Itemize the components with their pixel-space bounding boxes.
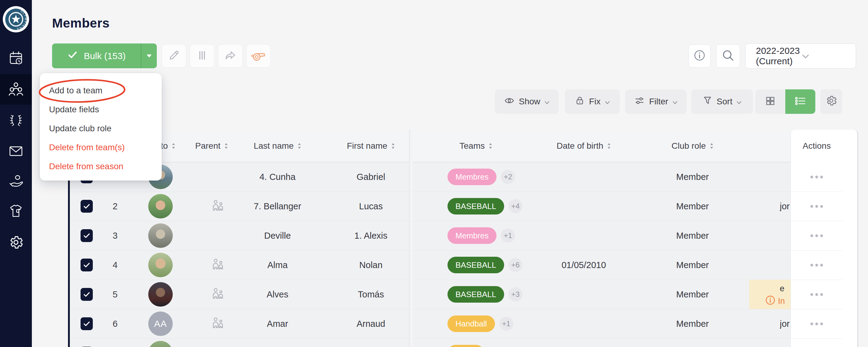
- table-row[interactable]: 14. CunhaGabrielMembres+2Member: [70, 162, 842, 192]
- team-extra-count: +2: [501, 170, 515, 184]
- sidebar-item-benevolent[interactable]: [0, 166, 32, 197]
- sort-arrows-icon[interactable]: [489, 143, 493, 149]
- bulk-dropdown-caret[interactable]: [141, 54, 157, 59]
- menu-item-delete-from-team-s-[interactable]: Delete from team(s): [40, 138, 162, 157]
- actions-header: Actions: [791, 130, 843, 162]
- column-label: Club role: [671, 141, 706, 151]
- list-icon: [794, 96, 806, 108]
- cell-last-name: 4. Cunha: [244, 162, 311, 192]
- cell-date-of-birth: 01/05/2010: [550, 250, 617, 280]
- row-actions-button[interactable]: [791, 309, 843, 339]
- cell-teams: BASEBALL+3: [447, 286, 523, 303]
- row-checkbox[interactable]: [81, 258, 93, 271]
- menu-item-update-club-role[interactable]: Update club role: [40, 119, 162, 138]
- column-header-dob[interactable]: Date of birth: [538, 130, 630, 162]
- row-actions-button[interactable]: [791, 192, 843, 221]
- column-label: Parent: [195, 141, 220, 151]
- sort-arrows-icon[interactable]: [298, 143, 301, 149]
- cell-club-role: Member: [659, 309, 726, 339]
- whistle-button[interactable]: [246, 44, 271, 68]
- avatar[interactable]: [148, 253, 173, 277]
- cell-club-role: Member: [659, 280, 726, 309]
- table-header: PhotoParentLast nameFirst nameTeamsDate …: [70, 130, 842, 162]
- season-selector[interactable]: 2022-2023 (Current): [745, 43, 856, 69]
- fix-button[interactable]: Fix: [565, 89, 620, 114]
- columns-button[interactable]: [190, 44, 214, 68]
- row-checkbox[interactable]: [81, 229, 93, 242]
- menu-item-delete-from-season[interactable]: Delete from season: [40, 157, 162, 176]
- column-header-last[interactable]: Last name: [231, 130, 323, 162]
- members-table: PhotoParentLast nameFirst nameTeamsDate …: [68, 130, 858, 347]
- share-button[interactable]: [218, 44, 243, 68]
- eye-icon: [504, 96, 515, 108]
- sidebar-item-mail[interactable]: [0, 136, 32, 167]
- column-header-teams[interactable]: Teams: [430, 130, 522, 162]
- edit-pencil-icon: [168, 49, 180, 63]
- row-checkbox[interactable]: [81, 317, 93, 330]
- row-number: 5: [100, 280, 118, 309]
- grid-view-button[interactable]: [755, 89, 785, 114]
- search-button[interactable]: [716, 44, 740, 68]
- column-header-role[interactable]: Club role: [647, 130, 739, 162]
- edit-pencil-button[interactable]: [162, 44, 186, 68]
- row-actions-button[interactable]: [791, 162, 843, 192]
- bulk-label: Bulk (153): [84, 51, 126, 61]
- row-actions-button[interactable]: [791, 339, 843, 347]
- row-actions-button[interactable]: [791, 250, 843, 280]
- row-actions-button[interactable]: [791, 280, 843, 309]
- menu-item-update-fields[interactable]: Update fields: [40, 100, 162, 119]
- table-settings-button[interactable]: [820, 89, 842, 114]
- sidebar-item-members[interactable]: [0, 74, 32, 105]
- sort-arrows-icon[interactable]: [607, 143, 611, 149]
- sort-arrows-icon[interactable]: [391, 143, 395, 149]
- sort-arrows-icon[interactable]: [710, 143, 714, 149]
- menu-item-add-to-a-team[interactable]: Add to a team: [40, 81, 162, 100]
- pinned-columns-divider: [409, 130, 412, 347]
- bulk-button[interactable]: Bulk (153): [52, 43, 157, 68]
- lock-icon: [575, 96, 585, 108]
- avatar[interactable]: [148, 223, 173, 248]
- warning-text-top: e: [780, 284, 784, 293]
- row-number: 3: [100, 221, 118, 250]
- columns-icon: [196, 49, 208, 63]
- calendar-icon: [8, 50, 24, 66]
- row-checkbox[interactable]: [81, 288, 93, 301]
- warning-text-bottom: In: [778, 297, 785, 306]
- cell-first-name: 1. Alexis: [337, 221, 405, 250]
- club-logo[interactable]: OLYMPIENS: [3, 6, 29, 32]
- table-row[interactable]: 4AlmaNolanBASEBALL+601/05/2010Member: [70, 250, 842, 280]
- list-view-button[interactable]: [785, 89, 815, 114]
- team-extra-count: +1: [501, 229, 515, 243]
- avatar[interactable]: AA: [148, 312, 173, 336]
- fix-label: Fix: [589, 97, 600, 106]
- table-row[interactable]: 7: [70, 339, 842, 347]
- table-row[interactable]: 27. BellangerLucasBASEBALL+4Memberjor: [70, 192, 842, 221]
- members-icon: [8, 81, 24, 98]
- table-row[interactable]: 6AAAmarArnaudHandball+1Memberjor: [70, 309, 842, 339]
- column-header-first[interactable]: First name: [325, 130, 417, 162]
- sort-button[interactable]: Sort: [691, 89, 753, 114]
- actions-column: Actions: [790, 130, 843, 347]
- team-extra-count: +1: [499, 317, 513, 331]
- avatar[interactable]: [148, 282, 173, 307]
- info-button[interactable]: [688, 44, 711, 68]
- filter-button[interactable]: Filter: [625, 89, 687, 114]
- avatar[interactable]: [148, 341, 173, 347]
- row-checkbox[interactable]: [81, 200, 93, 213]
- sidebar-item-laurel[interactable]: [0, 105, 32, 136]
- cell-club-role: Member: [659, 250, 726, 280]
- avatar[interactable]: [148, 194, 173, 218]
- cell-teams: BASEBALL+4: [447, 198, 523, 214]
- cell-last-name: Alves: [244, 280, 311, 309]
- table-row[interactable]: 5AlvesTomásBASEBALL+3MembereIn: [70, 280, 842, 309]
- table-row[interactable]: 3Deville1. AlexisMembres+1Member: [70, 221, 842, 250]
- sort-arrows-icon[interactable]: [224, 143, 228, 149]
- show-button[interactable]: Show: [495, 89, 559, 114]
- team-badge: BASEBALL: [447, 286, 504, 303]
- sidebar-item-calendar[interactable]: [0, 43, 32, 73]
- sidebar: OLYMPIENS: [0, 0, 32, 347]
- sidebar-item-jersey[interactable]: [0, 196, 32, 227]
- row-actions-button[interactable]: [791, 221, 843, 250]
- sidebar-item-settings[interactable]: [0, 227, 32, 258]
- parent-icon: [211, 316, 225, 331]
